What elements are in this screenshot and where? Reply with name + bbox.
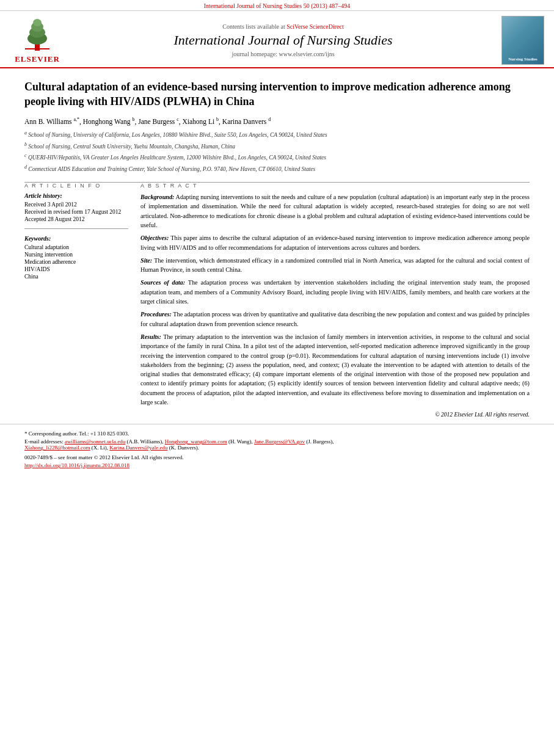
thumbnail-label: Nursing Studies	[508, 57, 538, 62]
received-revised-date: Received in revised form 17 August 2012	[24, 209, 128, 215]
doi-line: http://dx.doi.org/10.1016/j.ijnurstu.201…	[24, 462, 530, 468]
article-title: Cultural adaptation of an evidence-based…	[24, 79, 530, 109]
journal-citation: International Journal of Nursing Studies…	[204, 2, 351, 9]
abstract-site: Site: The intervention, which demonstrat…	[140, 256, 530, 275]
abstract-procedures: Procedures: The adaptation process was d…	[140, 310, 530, 329]
abstract-sources: Sources of data: The adaptation process …	[140, 278, 530, 306]
keywords-label: Keywords:	[24, 235, 128, 242]
affiliation-d: d Connecticut AIDS Education and Trainin…	[24, 164, 530, 173]
issn-line: 0020-7489/$ – see front matter © 2012 El…	[24, 454, 530, 460]
procedures-label: Procedures:	[140, 311, 172, 318]
footer-section: * Corresponding author. Tel.: +1 310 825…	[0, 424, 554, 474]
email-label: E-mail addresses:	[24, 438, 64, 445]
article-history-label: Article history:	[24, 192, 128, 199]
sciverse-link[interactable]: SciVerse ScienceDirect	[286, 23, 344, 30]
email-line: E-mail addresses: awilliams@sonnet.ucla.…	[24, 438, 530, 451]
background-label: Background:	[140, 194, 174, 200]
affiliation-a: a School of Nursing, University of Calif…	[24, 129, 530, 139]
abstract-results: Results: The primary adaptation to the i…	[140, 332, 530, 407]
header-section: ELSEVIER Contents lists available at Sci…	[0, 11, 554, 68]
article-info-col: A R T I C L E I N F O Article history: R…	[24, 183, 128, 418]
affiliation-c: c QUERI-HIV/Hepatitis, VA Greater Los An…	[24, 152, 530, 162]
site-label: Site:	[140, 257, 152, 264]
affiliations-section: a School of Nursing, University of Calif…	[24, 129, 530, 173]
sources-label: Sources of data:	[140, 279, 185, 286]
info-divider	[24, 228, 128, 229]
affiliation-b: b School of Nursing, Central South Unive…	[24, 141, 530, 151]
keyword-4: HIV/AIDS	[24, 266, 128, 272]
contents-line: Contents lists available at SciVerse Sci…	[71, 23, 495, 30]
abstract-objectives: Objectives: This paper aims to describe …	[140, 233, 530, 252]
corresponding-block: * Corresponding author. Tel.: +1 310 825…	[24, 431, 530, 451]
procedures-text: The adaptation process was driven by qua…	[140, 311, 530, 327]
keyword-5: China	[24, 274, 128, 280]
received-date: Received 3 April 2012	[24, 202, 128, 208]
article-title-section: Cultural adaptation of an evidence-based…	[0, 68, 554, 182]
keyword-3: Medication adherence	[24, 259, 128, 265]
journal-title: International Journal of Nursing Studies	[71, 32, 495, 48]
elsevier-logo: ELSEVIER	[10, 16, 65, 64]
authors-line: Ann B. Williams a,*, Honghong Wang b, Ja…	[24, 117, 530, 125]
objectives-label: Objectives:	[140, 234, 169, 241]
copyright-line: © 2012 Elsevier Ltd. All rights reserved…	[140, 412, 530, 418]
results-label: Results:	[140, 333, 161, 340]
journal-thumbnail: Nursing Studies	[501, 16, 544, 65]
article-info-header: A R T I C L E I N F O	[24, 183, 128, 189]
email-danvers[interactable]: Karina.Danvers@yale.edu	[109, 445, 167, 451]
email-williams[interactable]: awilliams@sonnet.ucla.edu	[65, 438, 125, 445]
sources-text: The adaptation process was undertaken by…	[140, 279, 530, 305]
background-text: Adapting nursing interventions to suit t…	[140, 194, 530, 228]
email-li[interactable]: Xiahong_li228@hotmail.com	[24, 445, 90, 451]
doi-link[interactable]: http://dx.doi.org/10.1016/j.ijnurstu.201…	[24, 462, 129, 468]
corresponding-line: * Corresponding author. Tel.: +1 310 825…	[24, 431, 530, 437]
abstract-background: Background: Adapting nursing interventio…	[140, 192, 530, 230]
email-wang[interactable]: Honghong_wang@tom.com	[165, 438, 227, 445]
objectives-text: This paper aims to describe the cultural…	[140, 234, 530, 250]
site-text: The intervention, which demonstrated eff…	[140, 257, 530, 273]
abstract-header: A B S T R A C T	[140, 183, 530, 189]
email-burgess[interactable]: Jane.Burgess@VA.gov	[254, 438, 305, 445]
abstract-col: A B S T R A C T Background: Adapting nur…	[140, 183, 530, 418]
two-col-section: A R T I C L E I N F O Article history: R…	[0, 183, 554, 418]
top-bar: International Journal of Nursing Studies…	[0, 0, 554, 11]
results-text: The primary adaptation to the interventi…	[140, 333, 530, 405]
elsevier-tree-icon	[19, 16, 56, 53]
keyword-1: Cultural adaptation	[24, 244, 128, 250]
journal-homepage: journal homepage: www.elsevier.com/ijns	[71, 51, 495, 57]
email-addresses: awilliams@sonnet.ucla.edu (A.B. Williams…	[24, 438, 333, 451]
accepted-date: Accepted 28 August 2012	[24, 216, 128, 222]
svg-rect-6	[25, 48, 49, 49]
journal-title-block: Contents lists available at SciVerse Sci…	[71, 23, 495, 57]
svg-point-5	[33, 19, 42, 26]
elsevier-wordmark: ELSEVIER	[15, 54, 60, 64]
keyword-2: Nursing intervention	[24, 252, 128, 258]
